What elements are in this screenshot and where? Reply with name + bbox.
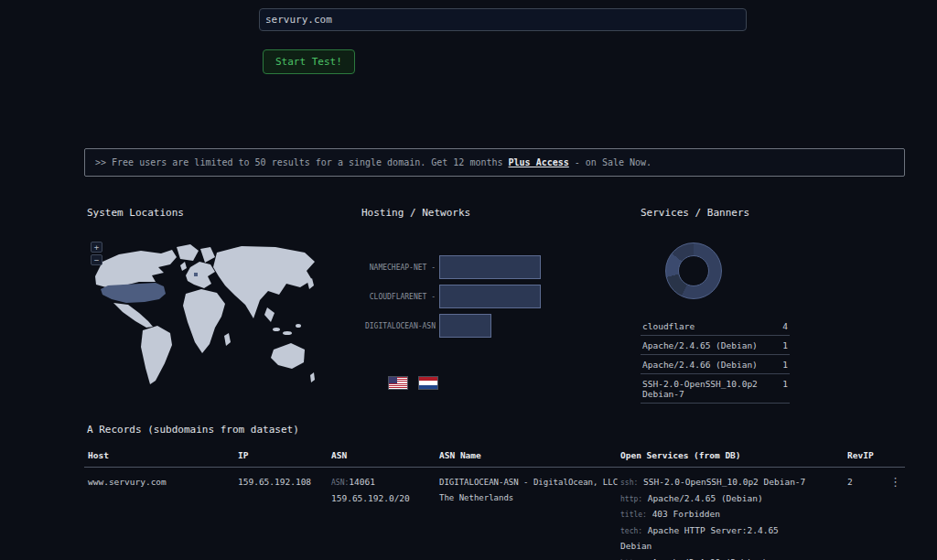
col-header-revip: RevIP	[847, 449, 888, 462]
bar-label: CLOUDFLARENET -	[362, 293, 436, 301]
service-row: cloudflare 4	[641, 317, 790, 336]
records-header-row: Host IP ASN ASN Name Open Services (from…	[84, 449, 905, 468]
bar-row: NAMECHEAP-NET -	[362, 255, 541, 279]
a-records-table: Host IP ASN ASN Name Open Services (from…	[84, 449, 905, 560]
service-line: https: Apache/2.4.66 (Debian)	[620, 555, 847, 560]
europe-region	[186, 262, 215, 288]
bar-row: DIGITALOCEAN-ASN	[362, 314, 541, 338]
hosting-bar-chart: NAMECHEAP-NET - CLOUDFLARENET - DIGITALO…	[362, 255, 541, 343]
asn-country: The Netherlands	[439, 490, 620, 506]
service-row: Apache/2.4.65 (Debian) 1	[641, 336, 790, 355]
plus-access-notice: >> Free users are limited to 50 results …	[84, 148, 905, 177]
service-value: Apache/2.4.65 (Debian)	[648, 493, 763, 503]
col-header-open-services: Open Services (from DB)	[620, 449, 847, 462]
ip-cell: 159.65.192.108	[238, 475, 331, 560]
start-test-button[interactable]: Start Test!	[263, 49, 355, 74]
dns-recon-page: Start Test! >> Free users are limited to…	[0, 0, 937, 560]
service-line: Debian	[620, 539, 847, 555]
asn-name-cell: DIGITALOCEAN-ASN - DigitalOcean, LLC The…	[439, 475, 620, 560]
map-zoom-in-button[interactable]: +	[91, 242, 102, 253]
a-records-title: A Records (subdomains from dataset)	[87, 424, 299, 436]
service-key: ssh:	[620, 479, 638, 487]
services-donut-chart	[665, 242, 722, 299]
nl-flag-icon	[418, 376, 438, 390]
service-value: SSH-2.0-OpenSSH_10.0p2 Debian-7	[643, 477, 805, 487]
asn-subnet: 159.65.192.0/20	[331, 491, 439, 507]
service-key: tech:	[620, 527, 642, 535]
col-header-asn-name: ASN Name	[439, 449, 620, 462]
bar-label: DIGITALOCEAN-ASN	[362, 322, 436, 330]
donut-hole	[678, 255, 709, 286]
service-value: Debian	[620, 541, 652, 551]
revip-cell: 2	[847, 475, 888, 560]
service-value: Apache/2.4.66 (Debian)	[652, 557, 768, 560]
new-zealand-region	[310, 372, 315, 382]
service-name: Apache/2.4.65 (Debian)	[642, 340, 758, 350]
world-map[interactable]: + −	[88, 242, 320, 403]
service-name: cloudflare	[642, 321, 695, 331]
bar-cloudflare[interactable]	[439, 285, 541, 308]
service-key: title:	[620, 511, 647, 519]
col-header-host: Host	[88, 449, 238, 462]
asn-cell: ASN:14061 159.65.192.0/20	[331, 475, 439, 560]
bar-namecheap[interactable]	[439, 255, 541, 279]
hosting-networks-title: Hosting / Networks	[361, 207, 470, 219]
services-list: cloudflare 4 Apache/2.4.65 (Debian) 1 Ap…	[641, 317, 790, 404]
col-header-asn: ASN	[331, 449, 439, 462]
world-map-svg	[88, 242, 320, 403]
service-value: 403 Forbidden	[652, 509, 720, 519]
madagascar-region	[224, 333, 231, 346]
col-header-ip: IP	[238, 449, 331, 462]
se-asia-region	[264, 307, 275, 322]
col-header-menu	[888, 449, 905, 462]
domain-input[interactable]	[259, 8, 747, 31]
service-row: SSH-2.0-OpenSSH_10.0p2 Debian-7 1	[641, 374, 790, 404]
map-zoom-controls: + −	[91, 242, 102, 265]
south-america-region	[141, 326, 172, 384]
indonesia-island	[283, 331, 292, 335]
service-name: SSH-2.0-OpenSSH_10.0p2 Debian-7	[642, 379, 763, 399]
table-row: www.servury.com 159.65.192.108 ASN:14061…	[84, 468, 905, 560]
service-count: 4	[782, 321, 788, 331]
notice-text-before: >> Free users are limited to 50 results …	[95, 157, 509, 167]
us-flag-icon	[388, 376, 408, 390]
system-locations-title: System Locations	[87, 207, 184, 219]
mexico-region	[113, 303, 153, 328]
philippines-island	[296, 324, 301, 328]
service-name: Apache/2.4.66 (Debian)	[642, 360, 758, 370]
uk-region	[180, 262, 187, 271]
bar-row: CLOUDFLARENET -	[362, 285, 541, 308]
service-count: 1	[782, 340, 788, 350]
service-key: http:	[620, 495, 642, 503]
netherlands-highlighted-region	[194, 273, 198, 276]
us-highlighted-region	[101, 283, 166, 303]
bar-label: NAMECHEAP-NET -	[362, 264, 436, 272]
service-count: 1	[782, 360, 788, 370]
australia-region	[271, 343, 305, 369]
services-banners-title: Services / Banners	[641, 207, 749, 219]
indonesia-island	[273, 328, 280, 331]
plus-access-link[interactable]: Plus Access	[509, 157, 569, 167]
asn-name: DIGITALOCEAN-ASN - DigitalOcean, LLC	[439, 475, 620, 490]
africa-region	[183, 289, 225, 353]
service-row: Apache/2.4.66 (Debian) 1	[641, 355, 790, 374]
notice-text-after: - on Sale Now.	[569, 157, 652, 167]
asn-number: 14061	[349, 477, 375, 487]
row-menu-button[interactable]: ⋮	[889, 475, 905, 560]
service-value: Apache HTTP Server:2.4.65	[648, 525, 779, 535]
greenland-region	[177, 244, 199, 261]
open-services-cell: ssh: SSH-2.0-OpenSSH_10.0p2 Debian-7 htt…	[620, 475, 847, 560]
service-count: 1	[782, 379, 788, 389]
scandinavia-region	[200, 247, 215, 263]
service-line: tech: Apache HTTP Server:2.4.65	[620, 523, 847, 540]
canada-region	[95, 250, 177, 287]
asn-prefix: ASN:	[331, 479, 349, 487]
service-line: title: 403 Forbidden	[620, 507, 847, 523]
map-zoom-out-button[interactable]: −	[91, 254, 102, 265]
service-line: ssh: SSH-2.0-OpenSSH_10.0p2 Debian-7	[620, 475, 847, 491]
country-flags	[388, 376, 438, 390]
asia-region	[213, 246, 315, 318]
service-line: http: Apache/2.4.65 (Debian)	[620, 491, 847, 508]
bar-digitalocean[interactable]	[439, 314, 491, 338]
host-cell: www.servury.com	[88, 475, 238, 560]
